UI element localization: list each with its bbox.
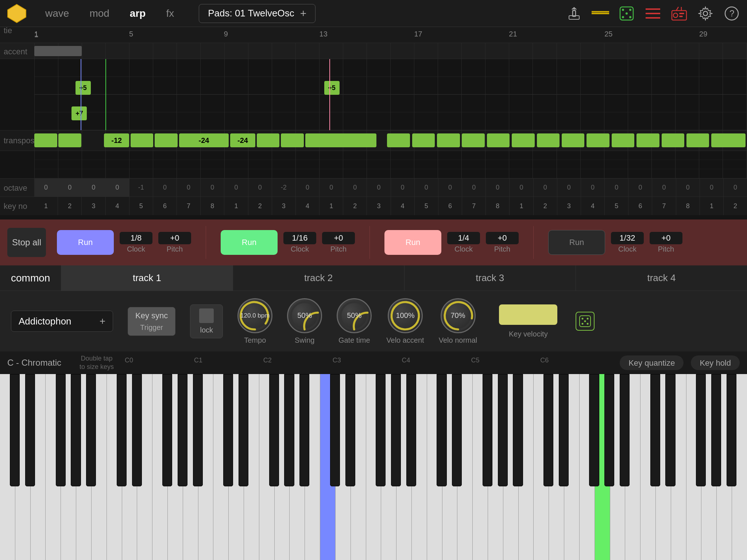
octave-cell-3[interactable]: 0 (82, 179, 105, 197)
keyno-cell-21[interactable]: 1 (510, 197, 533, 215)
randomize-button[interactable] (576, 312, 595, 331)
logo-icon[interactable] (6, 3, 28, 24)
keyno-cell-5[interactable]: 5 (129, 197, 153, 215)
pitch-block-2[interactable]: +5 (324, 81, 340, 95)
lock-button[interactable]: lock (190, 304, 223, 338)
nav-tab-arp[interactable]: arp (120, 5, 156, 22)
octave-cell-8[interactable]: 0 (201, 179, 224, 197)
octave-cell-12[interactable]: 0 (296, 179, 320, 197)
pitch-block-1[interactable]: +5 (76, 81, 91, 95)
black-key-oct0-pos5[interactable] (71, 374, 81, 486)
black-key-oct1-pos4[interactable] (162, 374, 172, 486)
transpose-block-r8[interactable] (562, 133, 585, 147)
black-key-oct4-pos4[interactable] (483, 374, 492, 486)
black-key-oct1-pos1[interactable] (117, 374, 127, 486)
octave-cell-25[interactable]: 0 (605, 179, 628, 197)
black-key-oct4-pos2[interactable] (452, 374, 462, 486)
settings-icon[interactable] (696, 4, 715, 23)
octave-cell-16[interactable]: 0 (391, 179, 415, 197)
keyno-cell-15[interactable]: 3 (367, 197, 391, 215)
radio-icon[interactable] (670, 4, 689, 23)
nav-tab-mod[interactable]: mod (79, 5, 119, 22)
transpose-block-r2[interactable] (412, 133, 435, 147)
black-key-oct3-pos4[interactable] (376, 374, 386, 486)
keyno-cell-19[interactable]: 7 (462, 197, 486, 215)
black-key-oct2-pos5[interactable] (284, 374, 294, 486)
keyno-cell-27[interactable]: 7 (652, 197, 676, 215)
transpose-block-r1[interactable] (387, 133, 410, 147)
track-1-pitch-value[interactable]: +0 (158, 232, 191, 244)
share-icon[interactable] (565, 4, 584, 23)
black-key-oct3-pos1[interactable] (330, 374, 340, 486)
track-2-clock-value[interactable]: 1/16 (283, 232, 316, 244)
keyno-cell-14[interactable]: 2 (343, 197, 367, 215)
octave-cell-18[interactable]: 0 (438, 179, 462, 197)
octave-cell-26[interactable]: 0 (628, 179, 652, 197)
keyno-cell-1[interactable]: 1 (34, 197, 58, 215)
octave-cell-9[interactable]: 0 (224, 179, 248, 197)
transpose-block-r9[interactable] (587, 133, 609, 147)
keyno-cell-12[interactable]: 4 (296, 197, 320, 215)
key-velocity-button[interactable] (499, 304, 557, 325)
black-key-oct1-pos5[interactable] (178, 374, 187, 486)
octave-cell-14[interactable]: 0 (343, 179, 367, 197)
keyno-cell-2[interactable]: 2 (58, 197, 82, 215)
track-2-run-button[interactable]: Run (221, 230, 278, 255)
black-key-oct1-pos6[interactable] (193, 374, 203, 486)
track-4-clock-value[interactable]: 1/32 (611, 232, 644, 244)
transpose-block-4[interactable] (155, 133, 178, 147)
velo-normal-knob[interactable]: 70% (441, 298, 476, 333)
tab-track-2[interactable]: track 2 (233, 265, 405, 291)
octave-cell-10[interactable]: 0 (248, 179, 272, 197)
black-key-oct6-pos2[interactable] (665, 374, 675, 486)
octave-cell-27[interactable]: 0 (652, 179, 676, 197)
octave-cell-7[interactable]: 0 (177, 179, 201, 197)
octave-cell-29[interactable]: 0 (700, 179, 724, 197)
transpose-block-neg24b[interactable]: -24 (230, 133, 255, 147)
nav-tab-fx[interactable]: fx (156, 5, 184, 22)
octave-cell-2[interactable]: 0 (58, 179, 82, 197)
preset-selector[interactable]: Pads: 01 TwelveOsc + (199, 4, 316, 23)
black-key-oct5-pos5[interactable] (604, 374, 614, 486)
track-4-pitch-value[interactable]: +0 (650, 232, 682, 244)
help-icon[interactable]: ? (722, 4, 741, 23)
keyno-cell-11[interactable]: 3 (272, 197, 296, 215)
transpose-block-r10[interactable] (612, 133, 635, 147)
octave-cell-6[interactable]: 0 (153, 179, 177, 197)
octave-cell-22[interactable]: 0 (534, 179, 557, 197)
instrument-selector[interactable]: Addictophon + (11, 311, 113, 332)
keyno-cell-25[interactable]: 5 (605, 197, 628, 215)
black-key-oct0-pos1[interactable] (10, 374, 20, 486)
accent-block-1[interactable] (34, 46, 82, 56)
menu-icon[interactable] (643, 4, 662, 23)
transpose-block-r6[interactable] (512, 133, 535, 147)
track-2-pitch-value[interactable]: +0 (322, 232, 355, 244)
pitch-block-3[interactable]: +7 (71, 106, 87, 120)
keyno-cell-4[interactable]: 4 (106, 197, 129, 215)
keyno-cell-26[interactable]: 6 (628, 197, 652, 215)
black-key-oct5-pos6[interactable] (620, 374, 630, 486)
black-key-oct0-pos4[interactable] (56, 374, 66, 486)
black-key-oct4-pos1[interactable] (437, 374, 446, 486)
tab-track-1[interactable]: track 1 (61, 265, 233, 291)
octave-cell-24[interactable]: 0 (581, 179, 605, 197)
tempo-knob[interactable]: 120.0 bpm (237, 298, 272, 333)
swing-knob[interactable]: 50% (287, 298, 322, 333)
transpose-block-1[interactable] (34, 133, 57, 147)
track-1-run-button[interactable]: Run (57, 230, 114, 255)
octave-cell-30[interactable]: 0 (724, 179, 747, 197)
transpose-block-6[interactable] (281, 133, 304, 147)
transpose-block-neg12[interactable]: -12 (104, 133, 129, 147)
keyno-cell-8[interactable]: 8 (201, 197, 224, 215)
transpose-block-7[interactable] (305, 133, 376, 147)
keyno-cell-18[interactable]: 6 (438, 197, 462, 215)
dice-icon[interactable] (617, 4, 636, 23)
black-key-oct0-pos6[interactable] (86, 374, 96, 486)
keyno-cell-28[interactable]: 8 (676, 197, 700, 215)
keyno-cell-17[interactable]: 5 (415, 197, 438, 215)
black-key-oct4-pos5[interactable] (498, 374, 508, 486)
nav-tab-wave[interactable]: wave (35, 5, 79, 22)
black-key-oct5-pos1[interactable] (543, 374, 553, 486)
stop-all-button[interactable]: Stop all (7, 228, 46, 257)
transpose-block-r4[interactable] (462, 133, 485, 147)
